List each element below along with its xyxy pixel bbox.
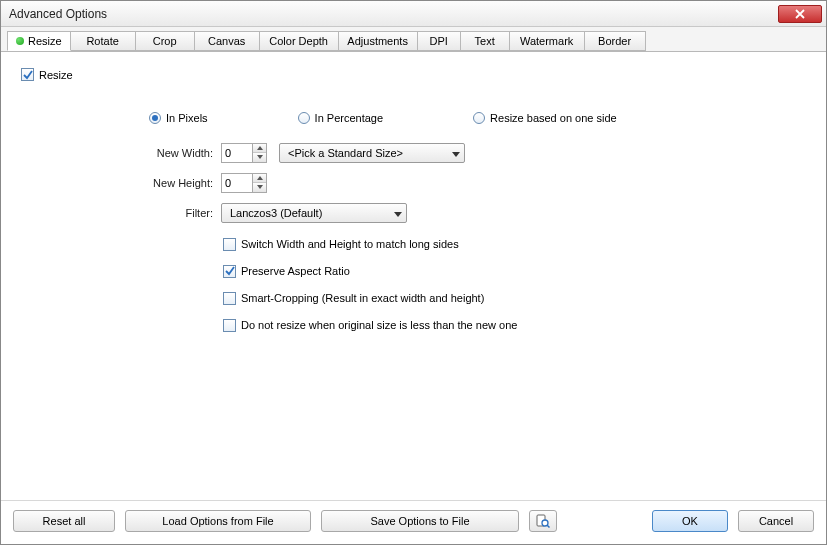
- tab-color-depth[interactable]: Color Depth: [259, 31, 339, 51]
- enable-resize-checkbox[interactable]: Resize: [21, 68, 73, 81]
- size-form: New Width: <Pick a Standard Size> New He…: [81, 142, 806, 224]
- height-spin-down[interactable]: [253, 183, 266, 192]
- checkbox-box: [223, 292, 236, 305]
- tab-canvas[interactable]: Canvas: [194, 31, 260, 51]
- tab-adjustments[interactable]: Adjustments: [338, 31, 418, 51]
- radio-circle: [149, 112, 161, 124]
- opt-label: Switch Width and Height to match long si…: [241, 238, 459, 250]
- window-title: Advanced Options: [9, 7, 778, 21]
- check-icon: [23, 70, 33, 80]
- opt-preserve-ar[interactable]: Preserve Aspect Ratio: [223, 265, 350, 278]
- radio-one-side[interactable]: Resize based on one side: [473, 112, 617, 124]
- checkbox-box: [223, 238, 236, 251]
- reset-all-button[interactable]: Reset all: [13, 510, 115, 532]
- filter-label: Filter:: [81, 207, 221, 219]
- radio-label: Resize based on one side: [490, 112, 617, 124]
- width-spinners: [252, 144, 266, 162]
- load-options-button[interactable]: Load Options from File: [125, 510, 311, 532]
- tab-label: Border: [598, 35, 631, 47]
- tab-dpi[interactable]: DPI: [417, 31, 461, 51]
- radio-label: In Percentage: [315, 112, 384, 124]
- filter-value: Lanczos3 (Default): [230, 207, 388, 219]
- chevron-up-icon: [257, 176, 263, 180]
- tab-label: Text: [475, 35, 495, 47]
- magnifier-page-icon: [536, 514, 550, 528]
- preview-button[interactable]: [529, 510, 557, 532]
- standard-size-combo[interactable]: <Pick a Standard Size>: [279, 143, 465, 163]
- btn-label: Load Options from File: [162, 515, 273, 527]
- tab-label: Adjustments: [347, 35, 408, 47]
- height-spin-up[interactable]: [253, 174, 266, 184]
- cancel-button[interactable]: Cancel: [738, 510, 814, 532]
- filter-combo[interactable]: Lanczos3 (Default): [221, 203, 407, 223]
- tab-border[interactable]: Border: [584, 31, 646, 51]
- btn-label: Reset all: [43, 515, 86, 527]
- checkbox-box: [223, 265, 236, 278]
- chevron-down-icon: [257, 155, 263, 159]
- new-width-input[interactable]: [221, 143, 267, 163]
- resize-mode-group: In Pixels In Percentage Resize based on …: [149, 112, 806, 124]
- close-icon: [795, 9, 805, 19]
- opt-switch-wh[interactable]: Switch Width and Height to match long si…: [223, 238, 459, 251]
- svg-point-1: [542, 520, 548, 526]
- opt-label: Smart-Cropping (Result in exact width an…: [241, 292, 484, 304]
- tab-label: Resize: [28, 35, 62, 47]
- tab-content-resize: Resize In Pixels In Percentage Resize ba…: [1, 52, 826, 500]
- opt-label: Preserve Aspect Ratio: [241, 265, 350, 277]
- chevron-down-icon: [394, 207, 402, 219]
- chevron-down-icon: [452, 147, 460, 159]
- checkbox-box: [21, 68, 34, 81]
- tab-label: Rotate: [86, 35, 118, 47]
- tab-label: Color Depth: [269, 35, 328, 47]
- check-icon: [225, 266, 235, 276]
- chevron-up-icon: [257, 146, 263, 150]
- radio-in-pixels[interactable]: In Pixels: [149, 112, 208, 124]
- checkbox-box: [223, 319, 236, 332]
- chevron-down-icon: [257, 185, 263, 189]
- opt-label: Do not resize when original size is less…: [241, 319, 517, 331]
- new-height-label: New Height:: [81, 177, 221, 189]
- active-dot-icon: [16, 37, 24, 45]
- save-options-button[interactable]: Save Options to File: [321, 510, 519, 532]
- opt-no-upscale[interactable]: Do not resize when original size is less…: [223, 319, 517, 332]
- radio-circle: [473, 112, 485, 124]
- btn-label: Cancel: [759, 515, 793, 527]
- new-height-input[interactable]: [221, 173, 267, 193]
- enable-resize-label: Resize: [39, 69, 73, 81]
- radio-in-percentage[interactable]: In Percentage: [298, 112, 384, 124]
- new-width-field[interactable]: [222, 144, 252, 162]
- new-width-label: New Width:: [81, 147, 221, 159]
- opt-smart-crop[interactable]: Smart-Cropping (Result in exact width an…: [223, 292, 484, 305]
- btn-label: Save Options to File: [370, 515, 469, 527]
- height-spinners: [252, 174, 266, 192]
- radio-label: In Pixels: [166, 112, 208, 124]
- width-spin-up[interactable]: [253, 144, 266, 154]
- radio-circle: [298, 112, 310, 124]
- standard-size-value: <Pick a Standard Size>: [288, 147, 446, 159]
- tab-label: Watermark: [520, 35, 573, 47]
- btn-label: OK: [682, 515, 698, 527]
- titlebar: Advanced Options: [1, 1, 826, 27]
- new-height-field[interactable]: [222, 174, 252, 192]
- resize-options: Switch Width and Height to match long si…: [223, 238, 806, 346]
- svg-line-2: [547, 525, 549, 527]
- tab-rotate[interactable]: Rotate: [70, 31, 136, 51]
- tab-text[interactable]: Text: [460, 31, 510, 51]
- bottom-bar: Reset all Load Options from File Save Op…: [1, 500, 826, 544]
- close-button[interactable]: [778, 5, 822, 23]
- advanced-options-dialog: Advanced Options Resize Rotate Crop Canv…: [0, 0, 827, 545]
- tab-label: DPI: [429, 35, 447, 47]
- tab-watermark[interactable]: Watermark: [509, 31, 585, 51]
- tab-label: Crop: [153, 35, 177, 47]
- tabstrip: Resize Rotate Crop Canvas Color Depth Ad…: [1, 27, 826, 52]
- tab-label: Canvas: [208, 35, 245, 47]
- tab-crop[interactable]: Crop: [135, 31, 195, 51]
- width-spin-down[interactable]: [253, 153, 266, 162]
- tab-resize[interactable]: Resize: [7, 31, 71, 51]
- ok-button[interactable]: OK: [652, 510, 728, 532]
